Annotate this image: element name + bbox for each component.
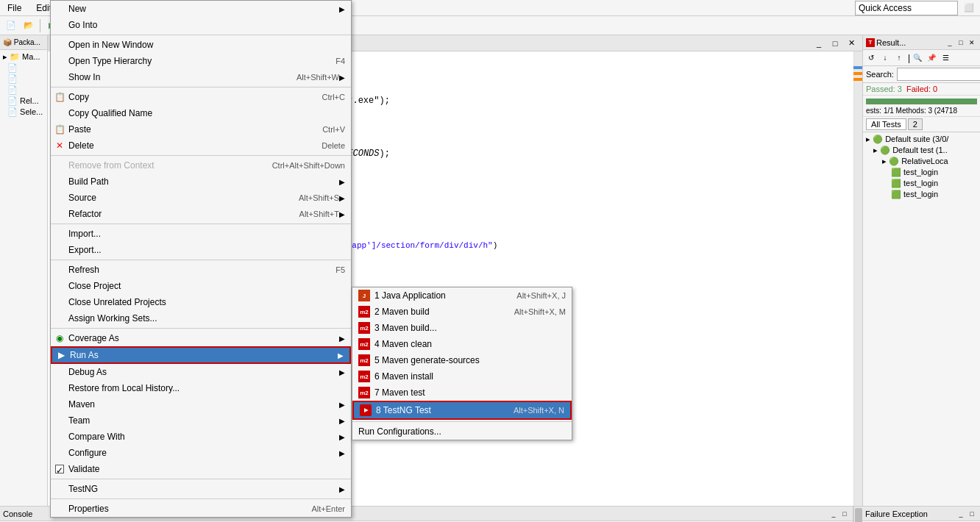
failure-minimize[interactable]: _ bbox=[956, 509, 966, 519]
sidebar-item-4[interactable]: 📄 Rel... bbox=[1, 96, 46, 107]
scroll-marker-1 bbox=[853, 66, 862, 69]
scrollbar-thumb[interactable] bbox=[855, 508, 862, 522]
rp-search-button[interactable]: 🔍 bbox=[911, 51, 924, 65]
validate-checkbox: ✓ bbox=[55, 465, 64, 473]
coverage-icon: ◉ bbox=[54, 332, 65, 344]
maximize-editor-button[interactable]: □ bbox=[827, 35, 843, 51]
rp-refresh-button[interactable]: ↺ bbox=[864, 51, 878, 65]
rp-pin-button[interactable]: 📌 bbox=[925, 51, 938, 65]
maximize-right-button[interactable]: □ bbox=[956, 37, 966, 48]
cm-maven[interactable]: Maven ▶ bbox=[51, 396, 351, 412]
cm-show-in[interactable]: Show In Alt+Shift+W ▶ bbox=[51, 69, 351, 85]
cm-coverage-as[interactable]: ◉ Coverage As ▶ bbox=[51, 330, 351, 346]
console-title: Console bbox=[3, 510, 32, 518]
tree-root[interactable]: ▸ 🟢 Default suite (3/0/ bbox=[864, 134, 979, 145]
maven-test-icon: m2 bbox=[358, 387, 370, 398]
cm-delete[interactable]: ✕ Delete Delete bbox=[51, 137, 351, 154]
right-panel: T Result... _ □ ✕ ↺ ↓ ↑ | 🔍 📌 ☰ Search: … bbox=[862, 35, 980, 506]
maximize-button[interactable]: ⬜ bbox=[961, 0, 977, 16]
cm-source[interactable]: Source Alt+Shift+S ▶ bbox=[51, 190, 351, 206]
sm-java-app[interactable]: J 1 Java Application Alt+Shift+X, J bbox=[352, 287, 572, 304]
cm-compare-with[interactable]: Compare With ▶ bbox=[51, 429, 351, 445]
minimize-editor-button[interactable]: _ bbox=[811, 35, 827, 51]
sidebar-item-3[interactable]: 📄 bbox=[1, 85, 46, 96]
tab-2[interactable]: 2 bbox=[908, 118, 923, 130]
tree-relative-loca[interactable]: ▸ 🟢 RelativeLoca bbox=[864, 156, 979, 167]
rp-layout-button[interactable]: ☰ bbox=[939, 51, 952, 65]
cm-run-as[interactable]: ▶ Run As ▶ bbox=[51, 346, 351, 364]
console-controls: _ □ bbox=[828, 509, 850, 519]
sm-maven-test[interactable]: m2 7 Maven test bbox=[352, 385, 572, 401]
cm-go-into[interactable]: Go Into bbox=[51, 17, 351, 33]
scroll-marker-2 bbox=[853, 72, 862, 75]
sidebar-item-maven[interactable]: ▸ 📁 Ma... bbox=[1, 51, 46, 62]
cm-validate[interactable]: ✓ Validate bbox=[51, 461, 351, 477]
sm-maven-clean[interactable]: m2 4 Maven clean bbox=[352, 336, 572, 352]
cm-configure[interactable]: Configure ▶ bbox=[51, 445, 351, 461]
cm-refresh[interactable]: Refresh F5 bbox=[51, 262, 351, 278]
cm-copy[interactable]: 📋 Copy Ctrl+C bbox=[51, 89, 351, 105]
cm-properties[interactable]: Properties Alt+Enter bbox=[51, 501, 351, 517]
search-input[interactable] bbox=[897, 68, 980, 81]
sm-run-configurations[interactable]: Run Configurations... bbox=[352, 423, 572, 440]
sm-maven-install[interactable]: m2 6 Maven install bbox=[352, 368, 572, 385]
java-app-icon: J bbox=[358, 290, 370, 301]
cm-import[interactable]: Import... bbox=[51, 226, 351, 242]
cm-new[interactable]: New ▶ bbox=[51, 1, 351, 17]
right-panel-title: T Result... bbox=[866, 38, 906, 47]
sidebar-content: ▸ 📁 Ma... 📄 📄 📄 📄 Rel... 📄 Sele... bbox=[0, 50, 47, 506]
cm-close-unrelated[interactable]: Close Unrelated Projects bbox=[51, 294, 351, 310]
cm-assign-working[interactable]: Assign Working Sets... bbox=[51, 310, 351, 326]
console-maximize[interactable]: □ bbox=[839, 509, 850, 519]
sm-testng-test[interactable]: ▶ 8 TestNG Test Alt+Shift+X, N bbox=[352, 401, 572, 420]
sm-maven-build-dots[interactable]: m2 3 Maven build... bbox=[352, 320, 572, 336]
rp-up-button[interactable]: ↑ bbox=[892, 51, 906, 65]
sm-maven-generate[interactable]: m2 5 Maven generate-sources bbox=[352, 352, 572, 368]
sidebar-item-5[interactable]: 📄 Sele... bbox=[1, 107, 46, 118]
cm-sep-4 bbox=[51, 224, 351, 224]
cm-refactor[interactable]: Refactor Alt+Shift+T ▶ bbox=[51, 206, 351, 222]
cm-team[interactable]: Team ▶ bbox=[51, 412, 351, 429]
failure-controls: _ □ bbox=[956, 509, 977, 519]
failure-header: Failure Exception _ □ bbox=[862, 507, 980, 521]
maven-generate-icon: m2 bbox=[358, 354, 370, 366]
cm-sep-5 bbox=[51, 260, 351, 260]
editor-scrollbar[interactable] bbox=[853, 51, 862, 506]
close-editor-button[interactable]: ✕ bbox=[843, 35, 859, 51]
bottom-scrollbar[interactable] bbox=[853, 507, 862, 522]
failure-maximize[interactable]: □ bbox=[967, 509, 977, 519]
new-button[interactable]: 📄 bbox=[3, 18, 19, 34]
cm-debug-as[interactable]: Debug As ▶ bbox=[51, 364, 351, 380]
right-panel-controls: _ □ ✕ bbox=[945, 37, 977, 48]
search-row: Search: bbox=[863, 66, 980, 83]
cm-restore-history[interactable]: Restore from Local History... bbox=[51, 380, 351, 396]
right-panel-toolbar: ↺ ↓ ↑ | 🔍 📌 ☰ bbox=[863, 50, 980, 66]
cm-paste[interactable]: 📋 Paste Ctrl+V bbox=[51, 121, 351, 137]
tree-default-test[interactable]: ▸ 🟢 Default test (1.. bbox=[864, 145, 979, 156]
cm-close-project[interactable]: Close Project bbox=[51, 278, 351, 294]
cm-open-new-window[interactable]: Open in New Window bbox=[51, 37, 351, 53]
minimize-right-button[interactable]: _ bbox=[945, 37, 955, 48]
tree-test-login-1[interactable]: 🟩 test_login bbox=[864, 167, 979, 178]
tree-test-login-3[interactable]: 🟩 test_login bbox=[864, 189, 979, 200]
cm-export[interactable]: Export... bbox=[51, 242, 351, 258]
close-right-button[interactable]: ✕ bbox=[967, 37, 977, 48]
sm-maven-build[interactable]: m2 2 Maven build Alt+Shift+X, M bbox=[352, 304, 572, 320]
cm-testng[interactable]: TestNG ▶ bbox=[51, 481, 351, 497]
tree-test-login-2[interactable]: 🟩 test_login bbox=[864, 178, 979, 189]
menu-file[interactable]: File bbox=[3, 1, 26, 15]
tab-all-tests[interactable]: All Tests bbox=[866, 118, 906, 130]
sidebar-item-2[interactable]: 📄 bbox=[1, 74, 46, 85]
rp-down-button[interactable]: ↓ bbox=[878, 51, 892, 65]
cm-copy-qualified[interactable]: Copy Qualified Name bbox=[51, 105, 351, 121]
cm-build-path[interactable]: Build Path ▶ bbox=[51, 174, 351, 190]
console-minimize[interactable]: _ bbox=[828, 509, 839, 519]
quick-access-input[interactable]: Quick Access bbox=[855, 1, 958, 15]
maven-install-icon: m2 bbox=[358, 371, 370, 382]
testng-icon: T bbox=[866, 38, 875, 47]
failure-label: Failure Exception bbox=[865, 510, 928, 518]
open-button[interactable]: 📂 bbox=[21, 18, 37, 34]
cm-sep-2 bbox=[51, 87, 351, 87]
sidebar-item-1[interactable]: 📄 bbox=[1, 62, 46, 74]
cm-open-type-hierarchy[interactable]: Open Type Hierarchy F4 bbox=[51, 53, 351, 69]
